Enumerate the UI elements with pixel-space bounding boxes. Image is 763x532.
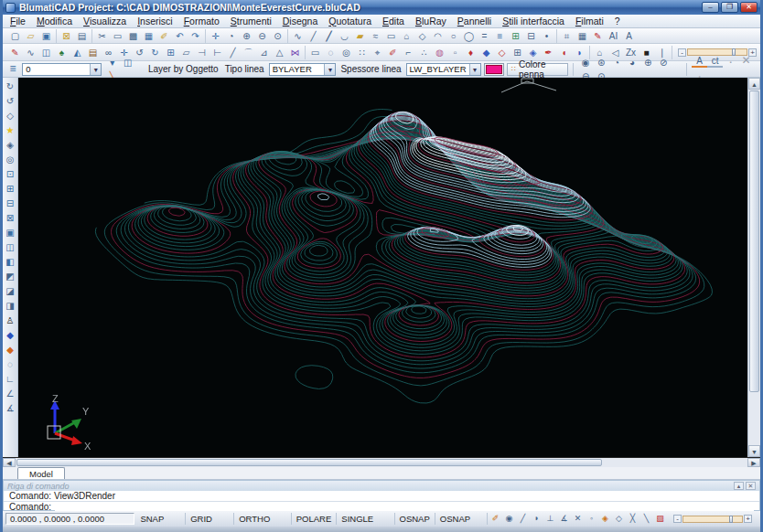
shade-hidden-icon[interactable]: ◪	[3, 284, 17, 299]
donut-icon[interactable]: ◍	[432, 46, 447, 59]
break-icon[interactable]: ╱	[225, 46, 241, 59]
insert-snap-icon[interactable]: ▨	[653, 513, 667, 525]
zoom-in-icon[interactable]: ⊕	[239, 29, 254, 43]
named-views-icon[interactable]: ◈	[3, 138, 17, 153]
menu-item[interactable]: ?	[609, 15, 626, 28]
menu-item[interactable]: Edita	[377, 15, 410, 28]
menu-item[interactable]: BluRay	[410, 15, 452, 28]
ellipse-icon[interactable]: ◯	[461, 29, 477, 43]
status-toggle[interactable]: OSNAP ON	[435, 513, 488, 525]
cube-back-icon[interactable]: ▣	[3, 226, 17, 240]
chevron-down-icon[interactable]: ▾	[469, 64, 480, 75]
render-blue-icon[interactable]: ◆	[3, 328, 17, 343]
zoom-previous-icon[interactable]: ◔	[609, 56, 625, 69]
shade-flat-icon[interactable]: ◨	[3, 299, 17, 314]
hatch-icon[interactable]: ≡	[492, 29, 508, 43]
cube-bottom-icon[interactable]: ◫	[3, 240, 17, 255]
arc-icon[interactable]: ◡	[337, 29, 352, 43]
close-button[interactable]: ✕	[740, 2, 758, 13]
menu-item[interactable]: Visualizza	[78, 15, 132, 28]
mirror-icon[interactable]: ⋈	[287, 46, 303, 59]
crop-icon[interactable]: ▭	[307, 46, 323, 59]
terrain-icon[interactable]: ◭	[70, 46, 85, 59]
status-slider-minus-button[interactable]: -	[673, 515, 682, 523]
lineweight-select[interactable]: LW_BYLAYER ▾	[406, 63, 481, 76]
cube-top-icon[interactable]: ⊡	[3, 167, 17, 182]
match-properties-icon[interactable]: ∿	[23, 46, 38, 59]
chevron-down-icon[interactable]: ▾	[90, 64, 101, 75]
status-slider-thumb[interactable]	[729, 516, 733, 523]
branch-icon[interactable]: ∴	[416, 46, 432, 59]
chamfer2-icon[interactable]: △	[272, 46, 287, 59]
point-icon[interactable]: •	[539, 29, 554, 43]
shield-icon[interactable]: ♦	[463, 46, 478, 59]
slider-track[interactable]	[687, 48, 747, 56]
pen-color-swatch[interactable]	[484, 63, 504, 76]
quadrant-snap-icon[interactable]: ◈	[598, 513, 612, 525]
measure-in-icon[interactable]: ∠	[3, 387, 17, 401]
menu-item[interactable]: Filmati	[570, 15, 609, 28]
parallel-icon[interactable]: =	[477, 29, 492, 43]
angle-snap-icon[interactable]: ∡	[557, 513, 571, 525]
solid-blue-icon[interactable]: ◆	[478, 46, 494, 59]
intersection-snap-icon[interactable]: ✕	[571, 513, 585, 525]
minimize-button[interactable]: ‒	[702, 2, 719, 13]
menu-item[interactable]: Formato	[178, 15, 225, 28]
status-toggle[interactable]: GRID OFF	[186, 513, 234, 525]
status-toggle[interactable]: ORTHO OFF	[234, 513, 292, 525]
text-edit-icon[interactable]: AI	[606, 29, 621, 43]
tab-model[interactable]: Model	[17, 467, 65, 479]
polyline-icon[interactable]: ∿	[290, 29, 306, 43]
wall-icon[interactable]: ▤	[85, 46, 101, 59]
orbit-free-icon[interactable]: ↺	[3, 94, 17, 109]
tangent-snap-icon[interactable]: ╲	[639, 513, 653, 525]
vertical-scroll-thumb[interactable]	[749, 90, 759, 392]
cube-right-icon[interactable]: ⊠	[3, 211, 17, 226]
pan-icon[interactable]: ✛	[208, 29, 223, 43]
zoom-dynamic-icon[interactable]: ⊛	[594, 56, 609, 69]
measure-out-icon[interactable]: ∡	[3, 401, 17, 416]
zoom-pan-icon[interactable]: ⊘	[656, 56, 672, 69]
zoom-realtime-icon[interactable]: ◔	[223, 29, 239, 43]
status-toggle[interactable]: SINGLE OFF	[337, 513, 394, 525]
region-icon[interactable]: ▫	[447, 46, 463, 59]
paste-icon[interactable]: ▩	[125, 29, 141, 43]
drawing-canvas[interactable]	[18, 78, 747, 457]
menu-item[interactable]: Pannelli	[452, 15, 497, 28]
orbit-icon[interactable]: ↻	[3, 80, 17, 94]
center-snap-icon[interactable]: ◉	[502, 513, 516, 525]
diamond-icon[interactable]: ◇	[494, 46, 510, 59]
menu-item[interactable]: Disegna	[277, 15, 324, 28]
zoom-window-icon[interactable]: ◉	[578, 56, 594, 69]
chamfer-icon[interactable]: ⊿	[256, 46, 272, 59]
style-icon[interactable]: ✎	[590, 29, 606, 43]
undo-icon[interactable]: ↶	[172, 29, 188, 43]
text-case-icon[interactable]: ct	[707, 56, 723, 68]
sketch-icon[interactable]: ✎	[7, 46, 23, 59]
zoom-window-icon[interactable]: ⊙	[270, 29, 285, 43]
zoom-out-icon[interactable]: ⊖	[254, 29, 270, 43]
cross-snap-icon[interactable]: ╳	[626, 513, 639, 525]
layer-previous-icon[interactable]: ▾	[104, 56, 120, 69]
horizontal-scroll-thumb[interactable]	[16, 459, 602, 466]
cut-icon[interactable]: ✂	[94, 29, 110, 43]
status-toggle[interactable]: OSNAP	[395, 513, 435, 525]
nearest-snap-icon[interactable]: ◦	[585, 513, 598, 525]
view-left-icon[interactable]: ◖	[556, 46, 572, 59]
image-icon[interactable]: ▦	[141, 29, 156, 43]
pen-color-button[interactable]: ∷ Colore penna	[507, 63, 568, 76]
select-points-icon[interactable]: ∷	[354, 46, 370, 59]
linetype-select[interactable]: BYLAYER ▾	[269, 63, 337, 76]
draw-snap-icon[interactable]: ✐	[489, 513, 502, 525]
status-toggle[interactable]: POLARE	[292, 513, 338, 525]
line-snap-icon[interactable]: ╱	[516, 513, 530, 525]
layers-icon[interactable]: ≡	[6, 62, 19, 76]
rotate-copy-icon[interactable]: ↻	[147, 46, 163, 59]
menu-item[interactable]: Inserisci	[132, 15, 178, 28]
measure-angle-icon[interactable]: ∟	[3, 372, 17, 387]
render-orange-icon[interactable]: ◆	[3, 343, 17, 357]
tree-icon[interactable]: ♠	[54, 46, 70, 59]
export-image-icon[interactable]: ◫	[38, 46, 54, 59]
viewpoint-icon[interactable]: ◇	[3, 109, 17, 123]
text-icon[interactable]: A	[621, 29, 637, 43]
